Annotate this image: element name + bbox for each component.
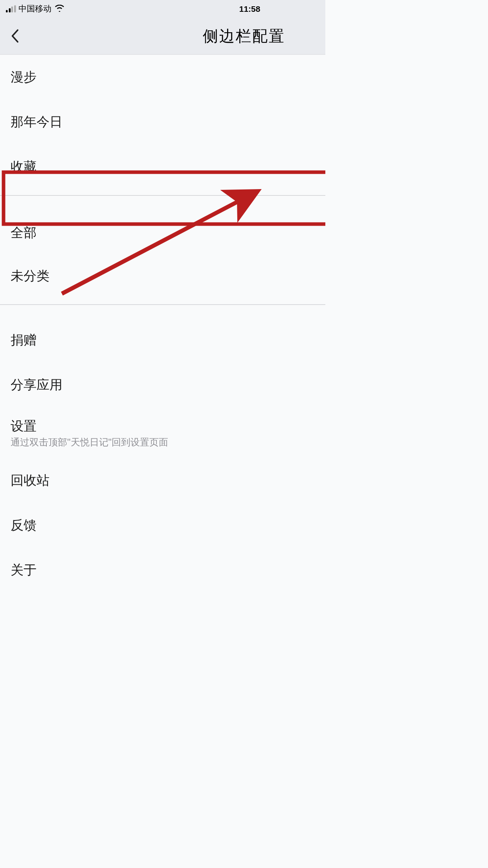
section-3: 捐赠 分享应用 设置 通过双击顶部"天悦日记"回到设置页面 回收站 反馈 关于 bbox=[0, 318, 325, 579]
row-settings[interactable]: 设置 通过双击顶部"天悦日记"回到设置页面 bbox=[0, 408, 325, 458]
row-label: 分享应用 bbox=[11, 376, 62, 394]
row-label: 全部 bbox=[11, 224, 37, 242]
wifi-icon bbox=[55, 4, 64, 14]
status-left: 中国移动 bbox=[6, 4, 64, 14]
row-label: 那年今日 bbox=[11, 113, 62, 131]
row-walk[interactable]: 漫步 bbox=[0, 55, 325, 100]
row-all[interactable]: 全部 bbox=[0, 209, 325, 254]
carrier-label: 中国移动 bbox=[18, 4, 51, 14]
row-label: 未分类 bbox=[11, 267, 50, 285]
row-onthisday[interactable]: 那年今日 bbox=[0, 100, 325, 145]
nav-bar: 侧边栏配置 bbox=[0, 18, 325, 55]
row-label: 回收站 bbox=[11, 472, 50, 489]
row-about[interactable]: 关于 bbox=[0, 548, 325, 579]
page-title: 侧边栏配置 bbox=[203, 26, 285, 46]
section-2: 全部 未分类 bbox=[0, 209, 325, 298]
status-time: 11:58 bbox=[239, 4, 261, 14]
row-label: 收藏 bbox=[11, 158, 37, 176]
row-label: 关于 bbox=[11, 561, 37, 579]
back-button[interactable] bbox=[11, 29, 28, 43]
row-sublabel: 通过双击顶部"天悦日记"回到设置页面 bbox=[11, 436, 168, 449]
row-label: 漫步 bbox=[11, 68, 37, 86]
row-trash[interactable]: 回收站 bbox=[0, 458, 325, 503]
row-favorites[interactable]: 收藏 bbox=[0, 145, 325, 189]
row-label: 捐赠 bbox=[11, 331, 37, 349]
section-1: 漫步 那年今日 收藏 bbox=[0, 55, 325, 189]
row-label: 反馈 bbox=[11, 517, 37, 534]
row-donate[interactable]: 捐赠 bbox=[0, 318, 325, 363]
row-uncategorized[interactable]: 未分类 bbox=[0, 254, 325, 298]
row-share[interactable]: 分享应用 bbox=[0, 363, 325, 408]
status-bar: 中国移动 11:58 97% bbox=[0, 0, 325, 18]
row-label: 设置 bbox=[11, 417, 168, 435]
signal-icon bbox=[6, 6, 16, 12]
row-feedback[interactable]: 反馈 bbox=[0, 503, 325, 548]
settings-list: 漫步 那年今日 收藏 全部 未分类 捐赠 分享应用 bbox=[0, 55, 325, 579]
